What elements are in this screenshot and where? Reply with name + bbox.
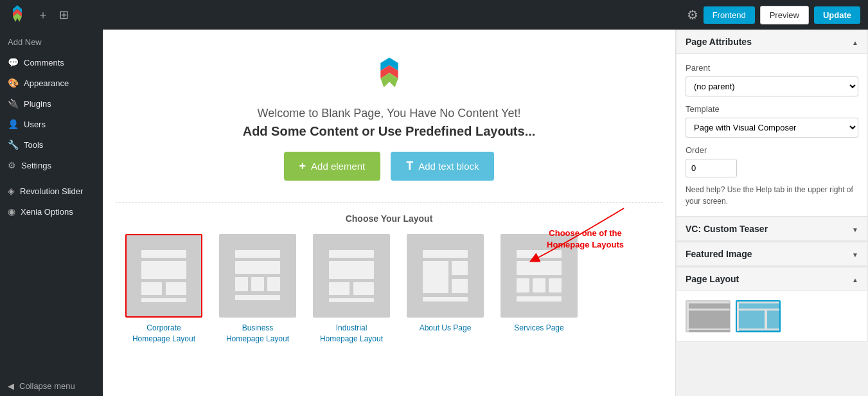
featured-image-toggle[interactable] <box>852 249 858 259</box>
svg-rect-13 <box>235 277 248 291</box>
add-text-block-button[interactable]: T Add text block <box>391 152 494 181</box>
layout-thumb-corporate[interactable] <box>125 234 202 318</box>
vc-welcome-text: Welcome to Blank Page, You Have No Conte… <box>128 107 650 120</box>
svg-rect-11 <box>235 250 280 258</box>
layout-item-about[interactable]: About Us Page <box>403 234 487 345</box>
users-icon: 👤 <box>8 119 19 129</box>
layout-option-2[interactable] <box>736 300 781 332</box>
sidebar-add-new[interactable]: Add New <box>0 32 103 52</box>
sidebar-item-plugins[interactable]: 🔌 Plugins <box>0 93 103 114</box>
sidebar-item-xenia-options[interactable]: ◉ Xenia Options <box>0 201 103 222</box>
sidebar-item-appearance[interactable]: 🎨 Appearance <box>0 73 103 93</box>
wp-logo[interactable] <box>8 4 27 26</box>
svg-rect-34 <box>689 310 730 328</box>
svg-rect-23 <box>423 261 448 293</box>
page-layout-header[interactable]: Page Layout <box>677 267 867 291</box>
svg-rect-17 <box>329 250 374 258</box>
annotation-line2: Homepage Layouts <box>547 240 624 249</box>
template-label: Template <box>686 104 858 114</box>
sidebar-item-comments[interactable]: 💬 Comments <box>0 52 103 73</box>
layout-item-business[interactable]: BusinessHomepage Layout <box>216 234 299 345</box>
collapse-icon: ◀ <box>8 381 14 391</box>
sidebar-item-revolution-slider[interactable]: ◈ Revolution Slider <box>0 181 103 201</box>
svg-rect-36 <box>739 303 780 309</box>
vc-custom-teaser-header[interactable]: VC: Custom Teaser <box>677 217 867 241</box>
page-layout-panel: Page Layout <box>676 267 868 342</box>
vc-editor: Welcome to Blank Page, You Have No Conte… <box>103 30 675 396</box>
right-sidebar: Page Attributes Parent (no parent) Templ… <box>675 30 868 396</box>
page-layout-body <box>677 291 867 341</box>
layout-thumb-industrial[interactable] <box>313 234 390 318</box>
page-attributes-toggle[interactable] <box>852 37 858 47</box>
revolution-slider-icon: ◈ <box>8 186 15 196</box>
sidebar-item-users[interactable]: 👤 Users <box>0 114 103 134</box>
tools-icon: 🔧 <box>8 140 19 150</box>
featured-image-header[interactable]: Featured Image <box>677 242 867 266</box>
update-button[interactable]: Update <box>814 6 860 24</box>
svg-rect-19 <box>329 282 350 295</box>
order-label: Order <box>686 145 858 155</box>
text-icon: T <box>406 159 413 173</box>
svg-rect-31 <box>549 278 562 292</box>
svg-rect-8 <box>141 282 162 295</box>
svg-rect-14 <box>251 277 264 291</box>
vc-custom-teaser-toggle[interactable] <box>852 224 858 234</box>
sidebar-item-settings[interactable]: ⚙ Settings <box>0 155 103 176</box>
vc-custom-teaser-panel: VC: Custom Teaser <box>676 217 868 242</box>
svg-rect-6 <box>141 250 186 258</box>
svg-rect-25 <box>452 279 468 293</box>
sidebar: Add New 💬 Comments 🎨 Appearance 🔌 Plugin… <box>0 30 103 396</box>
svg-rect-16 <box>235 295 280 300</box>
help-text: Need help? Use the Help tab in the upper… <box>686 184 858 207</box>
layout-thumb-business[interactable] <box>219 234 296 318</box>
add-new-icon[interactable]: ＋ <box>37 7 49 22</box>
template-select[interactable]: Page with Visual Composer <box>686 118 858 138</box>
svg-rect-32 <box>517 296 562 302</box>
parent-select[interactable]: (no parent) <box>686 76 858 96</box>
top-bar: ＋ ⊞ ⚙ Frontend Preview Update <box>0 0 868 30</box>
svg-rect-29 <box>517 278 529 292</box>
settings-icon: ⚙ <box>8 160 16 170</box>
vc-welcome-block: Welcome to Blank Page, You Have No Conte… <box>116 42 662 203</box>
preview-button[interactable]: Preview <box>760 6 809 24</box>
svg-rect-10 <box>141 298 186 302</box>
order-input[interactable] <box>686 159 737 177</box>
gear-icon[interactable]: ⚙ <box>687 7 698 22</box>
frontend-button[interactable]: Frontend <box>704 6 755 24</box>
plugins-icon: 🔌 <box>8 98 19 109</box>
parent-label: Parent <box>686 63 858 73</box>
svg-rect-9 <box>166 282 186 295</box>
plus-icon: + <box>299 159 306 173</box>
layout-label-industrial: IndustrialHomepage Layout <box>320 323 383 345</box>
svg-rect-22 <box>423 250 468 258</box>
page-attributes-body: Parent (no parent) Template Page with Vi… <box>677 54 867 216</box>
layout-thumb-about[interactable] <box>407 234 484 318</box>
add-element-button[interactable]: + Add element <box>284 152 381 181</box>
annotation-line1: Choose one of the <box>549 228 621 238</box>
grid-icon[interactable]: ⊞ <box>59 8 69 22</box>
vc-welcome-subtext: Add Some Content or Use Predefined Layou… <box>128 124 650 139</box>
page-attributes-header[interactable]: Page Attributes <box>677 30 867 54</box>
svg-rect-18 <box>329 261 374 279</box>
page-attributes-panel: Page Attributes Parent (no parent) Templ… <box>676 30 868 217</box>
svg-rect-38 <box>767 310 780 328</box>
layout-label-about: About Us Page <box>420 323 472 334</box>
layout-option-1[interactable] <box>686 300 731 332</box>
collapse-menu[interactable]: ◀ Collapse menu <box>0 376 103 396</box>
layout-item-industrial[interactable]: IndustrialHomepage Layout <box>310 234 393 345</box>
svg-rect-39 <box>739 330 780 332</box>
main-layout: Add New 💬 Comments 🎨 Appearance 🔌 Plugin… <box>0 30 868 396</box>
svg-rect-35 <box>689 330 730 332</box>
svg-rect-24 <box>452 261 468 275</box>
vc-logo <box>128 55 650 96</box>
svg-rect-33 <box>689 303 730 309</box>
vc-buttons: + Add element T Add text block <box>128 152 650 181</box>
page-layout-toggle[interactable] <box>852 274 858 284</box>
svg-rect-12 <box>235 261 280 274</box>
comments-icon: 💬 <box>8 57 19 68</box>
svg-rect-7 <box>141 261 186 279</box>
layout-item-corporate[interactable]: CorporateHomepage Layout <box>122 234 206 345</box>
featured-image-panel: Featured Image <box>676 242 868 267</box>
svg-rect-37 <box>739 310 765 328</box>
sidebar-item-tools[interactable]: 🔧 Tools <box>0 134 103 155</box>
